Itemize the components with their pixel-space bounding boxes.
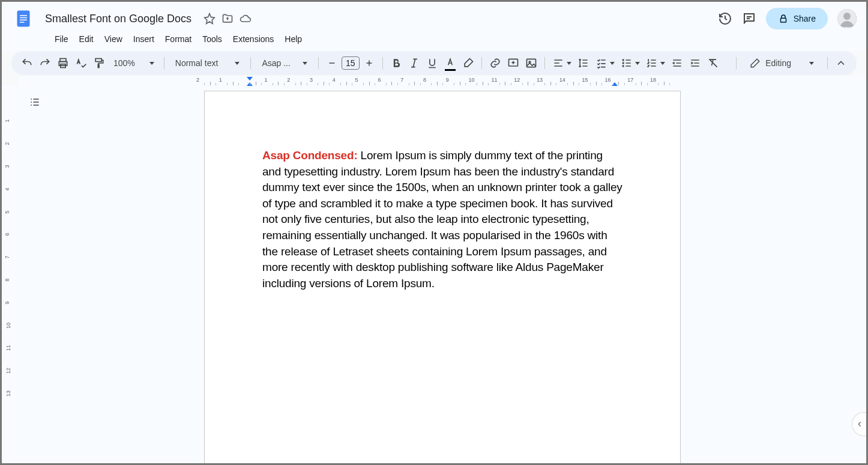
italic-button[interactable]: [406, 55, 423, 71]
separator: [250, 57, 251, 69]
vertical-ruler[interactable]: 2112345678910111213: [2, 86, 19, 465]
share-button[interactable]: Share: [766, 8, 828, 29]
menu-file[interactable]: File: [50, 32, 73, 46]
menu-extensions[interactable]: Extensions: [228, 32, 279, 46]
content-label: Asap Condensed:: [262, 149, 358, 162]
lock-icon: [778, 13, 789, 24]
history-icon[interactable]: [718, 11, 732, 26]
chevron-down-icon: [149, 62, 154, 65]
separator: [382, 57, 383, 69]
chevron-down-icon: [567, 62, 571, 65]
svg-point-18: [622, 65, 624, 67]
numbered-list-button[interactable]: [643, 55, 660, 71]
increase-font-button[interactable]: [361, 55, 378, 71]
spellcheck-button[interactable]: [73, 55, 89, 71]
chevron-down-icon: [635, 62, 640, 65]
svg-rect-11: [95, 59, 101, 62]
insert-image-button[interactable]: [523, 55, 540, 71]
font-dropdown[interactable]: Asap ...: [256, 58, 313, 68]
separator: [481, 57, 482, 69]
menu-bar: FileEditViewInsertFormatToolsExtensionsH…: [11, 31, 857, 51]
bold-button[interactable]: [388, 55, 405, 71]
chevron-down-icon: [610, 62, 615, 65]
zoom-dropdown[interactable]: 100%: [109, 58, 159, 68]
print-button[interactable]: [55, 55, 71, 71]
menu-view[interactable]: View: [100, 32, 127, 46]
separator: [736, 57, 737, 69]
menu-help[interactable]: Help: [280, 32, 307, 46]
first-line-indent[interactable]: [247, 77, 253, 81]
share-label: Share: [794, 14, 816, 23]
underline-button[interactable]: [424, 55, 441, 71]
separator: [544, 57, 545, 69]
clear-format-button[interactable]: [705, 55, 722, 71]
decrease-font-button[interactable]: [324, 55, 340, 71]
collapse-toolbar-button[interactable]: [833, 55, 849, 71]
increase-indent-button[interactable]: [687, 55, 704, 71]
svg-point-16: [622, 59, 624, 61]
move-folder-icon[interactable]: [222, 13, 234, 25]
document-canvas: Asap Condensed: Lorem Ipsum is simply du…: [19, 86, 866, 465]
document-title[interactable]: Smallest Font on Google Docs: [40, 11, 196, 26]
bulleted-list-button[interactable]: [618, 55, 635, 71]
undo-button[interactable]: [19, 55, 35, 71]
svg-rect-0: [17, 11, 30, 27]
svg-rect-1: [20, 15, 27, 16]
paint-format-button[interactable]: [91, 55, 107, 71]
add-comment-button[interactable]: [505, 55, 522, 71]
menu-format[interactable]: Format: [160, 32, 196, 46]
toolbar: 100% Normal text Asap ...: [11, 51, 857, 75]
highlight-button[interactable]: [460, 55, 477, 71]
chevron-down-icon: [303, 62, 307, 65]
svg-rect-12: [98, 65, 99, 68]
svg-rect-4: [20, 22, 25, 23]
page[interactable]: Asap Condensed: Lorem Ipsum is simply du…: [204, 91, 681, 465]
horizontal-ruler[interactable]: 21123456789101112131415161718: [19, 76, 866, 86]
star-icon[interactable]: [203, 13, 215, 25]
menu-insert[interactable]: Insert: [128, 32, 159, 46]
comments-icon[interactable]: [742, 11, 756, 26]
separator: [164, 57, 164, 69]
line-spacing-button[interactable]: [575, 55, 592, 71]
account-avatar[interactable]: [837, 9, 857, 28]
separator: [827, 57, 828, 69]
align-dropdown[interactable]: [550, 55, 567, 71]
paragraph-style-dropdown[interactable]: Normal text: [169, 58, 246, 68]
pencil-icon: [750, 58, 761, 68]
docs-logo-icon[interactable]: [11, 7, 35, 31]
show-outline-button[interactable]: [26, 94, 43, 111]
checklist-button[interactable]: [593, 55, 610, 71]
svg-rect-2: [20, 17, 27, 19]
chevron-down-icon: [809, 62, 814, 65]
editing-mode-dropdown[interactable]: Editing: [741, 58, 822, 68]
menu-edit[interactable]: Edit: [74, 32, 98, 46]
chevron-down-icon: [660, 62, 665, 65]
svg-rect-5: [780, 18, 786, 22]
svg-point-17: [622, 62, 624, 64]
svg-rect-14: [526, 59, 535, 67]
insert-link-button[interactable]: [487, 55, 504, 71]
cloud-status-icon[interactable]: [240, 13, 252, 25]
content-body: Lorem Ipsum is simply dummy text of the …: [262, 149, 622, 290]
text-color-button[interactable]: [442, 55, 459, 71]
menu-tools[interactable]: Tools: [197, 32, 227, 46]
redo-button[interactable]: [37, 55, 53, 71]
svg-point-7: [843, 13, 851, 20]
decrease-indent-button[interactable]: [669, 55, 686, 71]
svg-rect-3: [20, 20, 27, 21]
chevron-down-icon: [235, 62, 240, 65]
separator: [318, 57, 319, 69]
font-size-input[interactable]: [342, 56, 360, 70]
